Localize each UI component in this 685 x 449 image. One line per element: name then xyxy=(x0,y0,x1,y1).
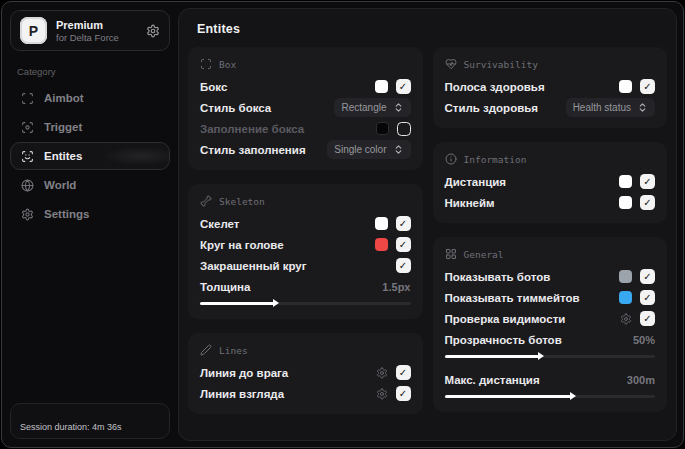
checkbox[interactable] xyxy=(396,258,411,273)
setting-label: Показывать тиммейтов xyxy=(445,292,580,304)
scan-face-icon xyxy=(21,150,34,163)
brand-subtitle: for Delta Force xyxy=(56,32,119,43)
setting-label: Закрашенный круг xyxy=(200,260,307,272)
checkbox[interactable] xyxy=(640,195,655,210)
crosshair-icon xyxy=(21,121,34,134)
checkbox[interactable] xyxy=(640,290,655,305)
color-swatch[interactable] xyxy=(376,122,389,135)
color-swatch[interactable] xyxy=(375,238,388,251)
setting-label: Прозрачность ботов xyxy=(445,334,562,346)
session-duration: Session duration: 4m 36s xyxy=(20,422,122,432)
setting-row-head-circle: Круг на голове xyxy=(200,234,411,255)
gear-icon[interactable] xyxy=(146,24,160,38)
brand-card: P Premium for Delta Force xyxy=(10,10,170,51)
session-card: Session duration: 4m 36s xyxy=(10,403,170,439)
chevrons-up-down-icon xyxy=(637,102,648,113)
setting-row-bots-opacity: Прозрачность ботов 50% xyxy=(445,329,656,350)
setting-label: Никнейм xyxy=(445,197,495,209)
setting-row-skeleton: Скелет xyxy=(200,213,411,234)
thickness-slider[interactable] xyxy=(200,299,411,308)
checkbox[interactable] xyxy=(640,79,655,94)
sidebar-item-settings[interactable]: Settings xyxy=(10,200,170,228)
setting-label: Показывать ботов xyxy=(445,271,551,283)
sidebar-item-world[interactable]: World xyxy=(10,171,170,199)
sidebar-item-aimbot[interactable]: Aimbot xyxy=(10,84,170,112)
section-title: Survivability xyxy=(464,59,538,70)
gear-icon[interactable] xyxy=(620,313,632,325)
sidebar-item-entites[interactable]: Entites xyxy=(10,142,170,170)
slider-fill xyxy=(200,302,274,305)
left-column: Box Бокс Стиль бокса Rectangle xyxy=(188,47,423,414)
sidebar: P Premium for Delta Force Category Aimbo… xyxy=(2,2,178,447)
setting-row-box-fill: Заполнение бокса xyxy=(200,118,411,139)
setting-row-health-style: Стиль здоровья Health status xyxy=(445,97,656,118)
color-swatch[interactable] xyxy=(375,80,388,93)
setting-label: Скелет xyxy=(200,218,240,230)
bots-opacity-slider[interactable] xyxy=(445,352,656,361)
app-window: P Premium for Delta Force Category Aimbo… xyxy=(1,1,684,448)
color-swatch[interactable] xyxy=(619,270,632,283)
card-skeleton: Skeleton Скелет Круг на голове xyxy=(188,184,423,319)
sidebar-item-label: Aimbot xyxy=(44,92,84,104)
checkbox[interactable] xyxy=(396,237,411,252)
card-survivability: Survivability Полоса здоровья Стиль здор… xyxy=(433,47,668,128)
checkbox[interactable] xyxy=(396,365,411,380)
checkbox[interactable] xyxy=(396,386,411,401)
setting-row-filled-circle: Закрашенный круг xyxy=(200,255,411,276)
slider-fill xyxy=(445,355,540,358)
setting-label: Стиль заполнения xyxy=(200,144,306,156)
color-swatch[interactable] xyxy=(619,291,632,304)
color-swatch[interactable] xyxy=(619,80,632,93)
setting-label: Полоса здоровья xyxy=(445,81,545,93)
sidebar-item-label: World xyxy=(44,179,76,191)
gear-icon[interactable] xyxy=(376,367,388,379)
setting-row-show-teammates: Показывать тиммейтов xyxy=(445,287,656,308)
setting-row-health-bar: Полоса здоровья xyxy=(445,76,656,97)
section-title: Information xyxy=(464,154,527,165)
color-swatch[interactable] xyxy=(375,217,388,230)
setting-row-fill-style: Стиль заполнения Single color xyxy=(200,139,411,160)
color-swatch[interactable] xyxy=(619,175,632,188)
box-style-dropdown[interactable]: Rectangle xyxy=(334,98,410,117)
setting-label: Дистанция xyxy=(445,176,506,188)
chevrons-up-down-icon xyxy=(393,144,404,155)
setting-row-distance: Дистанция xyxy=(445,171,656,192)
setting-value: 50% xyxy=(633,334,655,346)
scan-icon xyxy=(21,92,34,105)
color-swatch[interactable] xyxy=(619,196,632,209)
checkbox[interactable] xyxy=(396,79,411,94)
checkbox[interactable] xyxy=(640,174,655,189)
checkbox[interactable] xyxy=(396,216,411,231)
setting-label: Проверка видимости xyxy=(445,313,566,325)
section-title: Box xyxy=(219,59,236,70)
slider-fill xyxy=(445,395,571,398)
box-scan-icon xyxy=(200,58,212,70)
setting-label: Линия взгляда xyxy=(200,388,284,400)
gear-icon[interactable] xyxy=(376,388,388,400)
brand-logo: P xyxy=(20,17,47,44)
max-distance-slider[interactable] xyxy=(445,392,656,401)
checkbox[interactable] xyxy=(640,269,655,284)
sidebar-nav: Aimbot Trigget Entites World Settings xyxy=(10,84,170,228)
setting-row-max-distance: Макс. дистанция 300m xyxy=(445,369,656,390)
health-style-dropdown[interactable]: Health status xyxy=(566,98,655,117)
setting-label: Стиль здоровья xyxy=(445,102,539,114)
checkbox[interactable] xyxy=(397,122,411,136)
checkbox[interactable] xyxy=(640,311,655,326)
card-information: Information Дистанция Никнейм xyxy=(433,142,668,223)
grid-icon xyxy=(445,248,457,260)
setting-label: Круг на голове xyxy=(200,239,284,251)
setting-value: 300m xyxy=(627,374,655,386)
info-icon xyxy=(445,153,457,165)
content: Box Бокс Стиль бокса Rectangle xyxy=(179,43,676,418)
heart-pulse-icon xyxy=(445,58,457,70)
page-title: Entites xyxy=(179,9,676,43)
globe-icon xyxy=(21,179,34,192)
setting-row-box-style: Стиль бокса Rectangle xyxy=(200,97,411,118)
dropdown-value: Single color xyxy=(334,144,386,155)
setting-row-thickness: Толщина 1.5px xyxy=(200,276,411,297)
fill-style-dropdown[interactable]: Single color xyxy=(327,140,410,159)
brand-title: Premium xyxy=(56,19,119,31)
section-title: General xyxy=(464,249,504,260)
sidebar-item-trigget[interactable]: Trigget xyxy=(10,113,170,141)
